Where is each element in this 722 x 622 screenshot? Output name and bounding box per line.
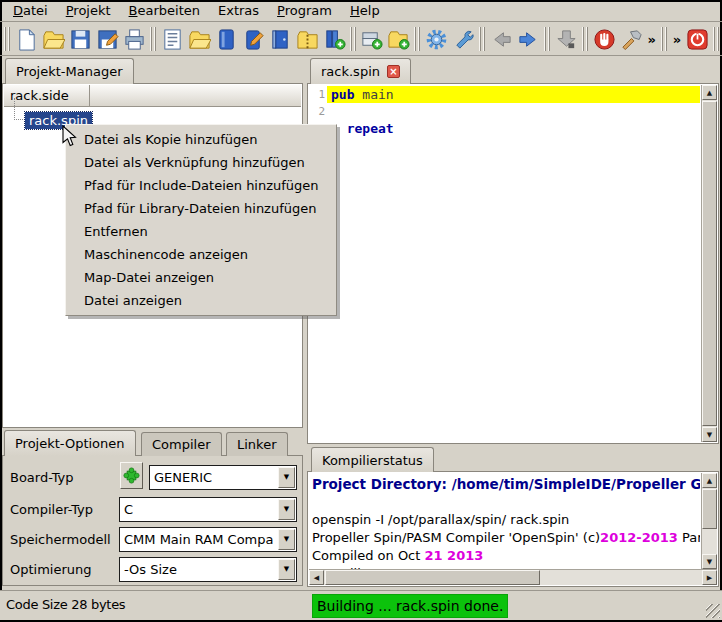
scroll-up-icon[interactable]: ▲ [702, 85, 717, 100]
add-file-plus-icon [360, 28, 383, 51]
scroll-left-icon[interactable]: ◀ [309, 570, 324, 585]
gear-icon [425, 28, 448, 51]
project-tree-header[interactable]: rack.side [4, 85, 301, 107]
download-arrow-icon [555, 28, 578, 51]
tab-projekt-optionen[interactable]: Projekt-Optionen [4, 430, 136, 456]
menu-item-add-library-path[interactable]: Pfad für Library-Dateien hinzufügen [66, 197, 336, 220]
toolbar-handle[interactable] [414, 27, 421, 51]
scroll-up-icon[interactable]: ▲ [702, 473, 717, 488]
scroll-right-icon[interactable]: ▶ [702, 570, 717, 585]
open-project-button[interactable] [186, 25, 213, 53]
console-horizontal-scrollbar[interactable]: ◀ ▶ [309, 569, 717, 585]
board-config-button[interactable] [120, 462, 143, 489]
overflow-chevron-icon[interactable]: » [670, 32, 684, 47]
toolbar-handle[interactable] [4, 27, 11, 51]
menu-extras[interactable]: Extras [209, 1, 268, 20]
power-button[interactable] [684, 25, 711, 53]
menu-program[interactable]: Program [268, 1, 341, 20]
forward-arrow-icon [517, 28, 540, 51]
new-project-file-button[interactable] [213, 25, 240, 53]
add-file-button[interactable] [358, 25, 385, 53]
forward-button[interactable] [515, 25, 542, 53]
console-line [312, 493, 700, 511]
tab-kompilierstatus[interactable]: Kompilierstatus [311, 447, 434, 472]
properties-page-icon [161, 28, 184, 51]
menu-item-remove[interactable]: Entfernen [66, 220, 336, 243]
add-library-button[interactable] [321, 25, 348, 53]
stop-build-button[interactable] [591, 25, 618, 53]
tree-branch-line [14, 98, 25, 120]
tab-linker[interactable]: Linker [226, 432, 288, 456]
resize-grip[interactable] [706, 604, 720, 618]
edit-project-button[interactable] [240, 25, 267, 53]
menu-help[interactable]: Help [341, 1, 389, 20]
print-button[interactable] [121, 25, 148, 53]
code-keyword: pub [331, 87, 354, 102]
hammer-icon [620, 28, 643, 51]
tab-close-icon[interactable]: × [387, 65, 400, 78]
console-vertical-scrollbar[interactable]: ▲ ▼ [701, 473, 717, 569]
edit-file-pencil-icon [242, 28, 265, 51]
toolbar-handle[interactable] [661, 27, 668, 51]
open-file-button[interactable] [40, 25, 67, 53]
memory-model-select[interactable]: CMM Main RAM Compa ▼ [119, 527, 297, 552]
zip-project-button[interactable] [294, 25, 321, 53]
editor-vertical-scrollbar[interactable]: ▲ ▼ [701, 85, 717, 442]
optimization-select[interactable]: -Os Size ▼ [119, 557, 297, 582]
toolbar-handle[interactable] [713, 27, 720, 51]
save-as-button[interactable] [94, 25, 121, 53]
console-line: Project Directory: /home/tim/SimpleIDE/P… [312, 475, 700, 493]
open-folder-icon [42, 28, 65, 51]
back-button[interactable] [488, 25, 515, 53]
toolbar-handle[interactable] [350, 27, 357, 51]
build-button[interactable] [618, 25, 645, 53]
menu-item-show-assembly[interactable]: Maschinencode anzeigen [66, 243, 336, 266]
blue-file-icon [215, 28, 238, 51]
board-type-select[interactable]: GENERIC ▼ [149, 465, 297, 490]
console-hscrollbar-thumb[interactable] [325, 570, 540, 585]
console-line: Compiled on Oct 21 2013 [312, 547, 700, 565]
menu-projekt[interactable]: Projekt [57, 1, 120, 20]
save-button[interactable] [67, 25, 94, 53]
close-project-button[interactable] [267, 25, 294, 53]
tab-compiler[interactable]: Compiler [141, 432, 222, 456]
editor-line-2: 2 [309, 103, 700, 120]
new-file-button[interactable] [13, 25, 40, 53]
optimization-row: Optimierung -Os Size ▼ [3, 556, 302, 582]
overflow-chevron-icon[interactable]: » [645, 32, 659, 47]
tab-rack-spin[interactable]: rack.spin × [310, 58, 411, 84]
dropdown-arrow-icon[interactable]: ▼ [278, 529, 295, 550]
statusbar: Code Size 28 bytes Building ... rack.spi… [0, 590, 722, 620]
menu-datei[interactable]: Datei [4, 1, 57, 20]
compiler-type-label: Compiler-Typ [10, 502, 93, 517]
scroll-down-icon[interactable]: ▼ [702, 554, 717, 569]
toolbar-handle[interactable] [150, 27, 157, 51]
menu-item-add-file-copy[interactable]: Datei als Kopie hinzufügen [66, 128, 336, 151]
configure-button[interactable] [450, 25, 477, 53]
add-include-path-button[interactable] [385, 25, 412, 53]
menu-item-show-file[interactable]: Datei anzeigen [66, 289, 336, 312]
menu-item-add-include-path[interactable]: Pfad für Include-Dateien hinzufügen [66, 174, 336, 197]
console-scrollbar-thumb[interactable] [702, 489, 717, 529]
dropdown-arrow-icon[interactable]: ▼ [278, 467, 295, 488]
editor-scrollbar-thumb[interactable] [702, 101, 717, 426]
menu-item-add-file-link[interactable]: Datei als Verknüpfung hinzufügen [66, 151, 336, 174]
menu-item-show-map-file[interactable]: Map-Datei anzeigen [66, 266, 336, 289]
compiler-type-select[interactable]: C ▼ [119, 497, 297, 522]
menu-bearbeiten[interactable]: Bearbeiten [120, 1, 209, 20]
compile-status-panel[interactable]: Project Directory: /home/tim/SimpleIDE/P… [307, 471, 719, 587]
toolbar-handle[interactable] [479, 27, 486, 51]
properties-button[interactable] [423, 25, 450, 53]
console-line: openspin -I /opt/parallax/spin/ rack.spi… [312, 511, 700, 529]
toolbar-handle[interactable] [544, 27, 551, 51]
scroll-down-icon[interactable]: ▼ [702, 427, 717, 442]
dropdown-arrow-icon[interactable]: ▼ [278, 499, 295, 520]
dropdown-arrow-icon[interactable]: ▼ [278, 559, 295, 580]
wrench-icon [452, 28, 475, 51]
load-ram-button[interactable] [553, 25, 580, 53]
toolbar-handle[interactable] [582, 27, 589, 51]
project-properties-button[interactable] [159, 25, 186, 53]
tab-projekt-manager[interactable]: Projekt-Manager [5, 58, 134, 84]
editor-line-3: 3 repeat [309, 120, 700, 137]
editor-panel[interactable]: 1 pub main 2 3 repeat ▲ ▼ [307, 83, 719, 444]
